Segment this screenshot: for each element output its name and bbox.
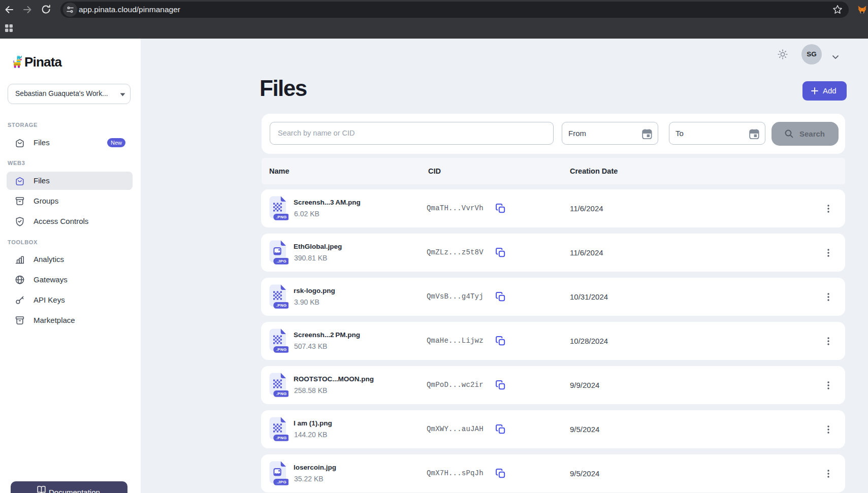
svg-text:.JPG: .JPG [276, 480, 286, 484]
svg-text:.JPG: .JPG [276, 259, 286, 264]
svg-text:.PNG: .PNG [276, 391, 287, 396]
svg-text:.PNG: .PNG [276, 215, 287, 219]
svg-text:.PNG: .PNG [276, 347, 287, 352]
svg-text:.PNG: .PNG [276, 436, 287, 440]
svg-text:.PNG: .PNG [276, 303, 287, 308]
